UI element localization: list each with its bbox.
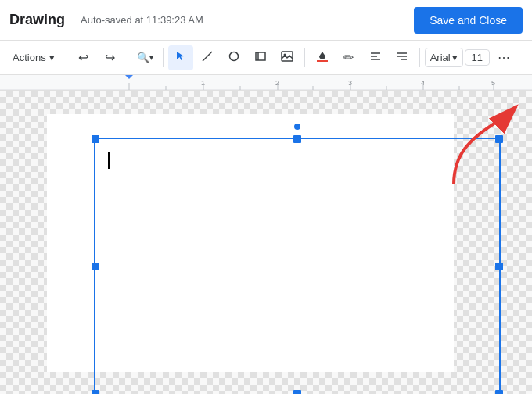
header-left: Drawing Auto-saved at 11:39:23 AM <box>9 12 203 28</box>
shape-tool-button[interactable] <box>221 45 246 70</box>
align-right-button[interactable] <box>390 45 415 70</box>
fill-color-icon <box>316 50 329 66</box>
resize-handle-right-center[interactable] <box>495 263 503 270</box>
zoom-icon: 🔍 <box>137 52 149 63</box>
redo-button[interactable]: ↪ <box>98 45 123 70</box>
autosave-status: Auto-saved at 11:39:23 AM <box>81 14 203 26</box>
font-size-input[interactable] <box>465 49 490 66</box>
more-options-button[interactable]: ⋯ <box>491 45 516 70</box>
textbox-tool-button[interactable] <box>248 45 273 70</box>
pen-tool-icon: ✏ <box>343 50 354 65</box>
line-tool-button[interactable] <box>195 45 220 70</box>
svg-line-0 <box>203 52 212 61</box>
actions-menu-button[interactable]: Actions ▾ <box>6 48 61 66</box>
select-tool-icon <box>174 50 187 66</box>
toolbar-divider-5 <box>419 48 420 67</box>
image-tool-button[interactable] <box>275 45 300 70</box>
text-selection-box[interactable] <box>94 138 501 394</box>
ruler: 1 2 3 4 5 <box>0 75 532 91</box>
zoom-button[interactable]: 🔍 ▾ <box>133 45 158 70</box>
fill-color-button[interactable] <box>310 45 335 70</box>
textbox-tool-icon <box>254 50 267 66</box>
rotation-handle[interactable] <box>294 124 300 130</box>
align-left-icon <box>369 50 382 66</box>
select-tool-button[interactable] <box>168 45 193 70</box>
resize-handle-bottom-center[interactable] <box>293 390 301 394</box>
toolbar-divider-3 <box>163 48 164 67</box>
align-right-icon <box>396 50 408 66</box>
redo-icon: ↪ <box>105 50 115 65</box>
font-family-arrow-icon: ▾ <box>452 52 458 63</box>
actions-arrow-icon: ▾ <box>49 52 55 63</box>
toolbar-divider-1 <box>66 48 66 67</box>
canvas-area[interactable] <box>0 91 532 394</box>
font-family-label: Arial <box>430 52 451 63</box>
drawing-canvas[interactable] <box>47 114 454 372</box>
align-left-button[interactable] <box>363 45 388 70</box>
resize-handle-bottom-left[interactable] <box>92 390 99 394</box>
main-toolbar: Actions ▾ ↩ ↪ 🔍 ▾ <box>0 41 532 75</box>
resize-handle-left-center[interactable] <box>92 263 99 270</box>
svg-rect-6 <box>317 60 328 62</box>
pen-tool-button[interactable]: ✏ <box>336 45 361 70</box>
app-title: Drawing <box>9 12 65 28</box>
zoom-arrow-icon: ▾ <box>149 53 153 62</box>
svg-marker-30 <box>125 75 133 79</box>
save-and-close-button[interactable]: Save and Close <box>414 7 523 34</box>
undo-icon: ↩ <box>78 50 88 65</box>
resize-handle-top-right[interactable] <box>495 135 503 143</box>
app-header: Drawing Auto-saved at 11:39:23 AM Save a… <box>0 0 532 41</box>
toolbar-divider-4 <box>304 48 305 67</box>
resize-handle-top-center[interactable] <box>293 135 301 143</box>
image-tool-icon <box>281 50 293 66</box>
toolbar-divider-2 <box>128 48 128 67</box>
more-options-icon: ⋯ <box>498 50 510 65</box>
text-cursor <box>108 152 110 169</box>
svg-point-1 <box>229 52 238 60</box>
actions-label: Actions <box>13 52 46 63</box>
svg-rect-2 <box>256 52 265 60</box>
undo-button[interactable]: ↩ <box>71 45 96 70</box>
font-family-selector[interactable]: Arial ▾ <box>425 48 463 67</box>
shape-tool-icon <box>228 50 240 66</box>
line-tool-icon <box>201 50 214 66</box>
resize-handle-top-left[interactable] <box>92 135 99 143</box>
resize-handle-bottom-right[interactable] <box>495 390 503 394</box>
